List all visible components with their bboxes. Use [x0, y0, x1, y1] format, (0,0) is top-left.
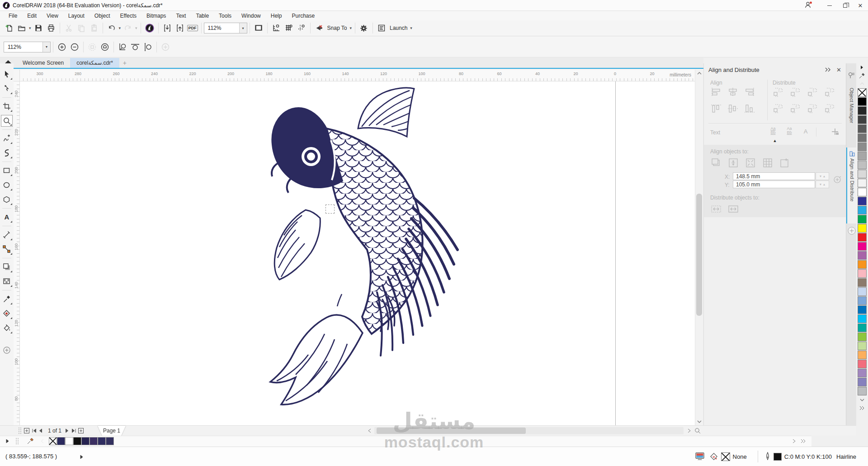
- new-document-button[interactable]: [3, 22, 15, 34]
- align-to-page-edge-icon[interactable]: [727, 157, 739, 168]
- save-button[interactable]: [32, 22, 45, 34]
- align-to-page-center-icon[interactable]: [745, 157, 756, 168]
- transparency-tool[interactable]: [1, 276, 13, 287]
- close-button[interactable]: ✕: [853, 0, 868, 11]
- launch-label[interactable]: Launch: [388, 25, 409, 31]
- restore-button[interactable]: [837, 0, 853, 11]
- docker-tab-align-distribute[interactable]: Align and Distribute: [846, 147, 857, 223]
- redo-button[interactable]: [122, 22, 134, 34]
- palette-scroll-up-icon[interactable]: [856, 80, 868, 88]
- docker-tab-object-manager[interactable]: Object Manager: [846, 85, 857, 144]
- distribute-to-selection-icon[interactable]: [710, 204, 722, 214]
- text-plus-icon[interactable]: [830, 127, 841, 138]
- menu-effects[interactable]: Effects: [115, 12, 142, 20]
- palette-swatch-ed1c24[interactable]: [858, 233, 867, 242]
- horizontal-ruler[interactable]: millimeters 3002802602402202001801601401…: [20, 70, 695, 81]
- palette-scroll-down-icon[interactable]: [856, 396, 868, 404]
- new-tab-button[interactable]: +: [119, 58, 130, 68]
- palette-swatch-f7941d[interactable]: [858, 260, 867, 269]
- docpalette-swatch-34315f[interactable]: [106, 437, 114, 445]
- x-coordinate-field[interactable]: 148.5 mm: [733, 172, 815, 180]
- palette-swatch-0072bc[interactable]: [858, 305, 867, 314]
- align-center-v-icon[interactable]: [727, 103, 739, 114]
- import-button[interactable]: [161, 22, 174, 34]
- menu-edit[interactable]: Edit: [22, 12, 42, 20]
- distribute-to-page-icon[interactable]: [727, 204, 739, 214]
- palette-swatch-404040[interactable]: [858, 115, 867, 124]
- drawing-canvas[interactable]: [20, 81, 695, 425]
- palette-swatch-29abe2[interactable]: [858, 206, 867, 214]
- zoom-tool[interactable]: [1, 115, 13, 127]
- palette-swatch-2e3192[interactable]: [858, 197, 867, 205]
- show-grid-button[interactable]: [283, 22, 295, 34]
- palette-flyout-icon[interactable]: [856, 63, 868, 71]
- smart-fill-tool[interactable]: [1, 308, 13, 319]
- horizontal-scroll-thumb[interactable]: [377, 428, 526, 434]
- distribute-center-h-icon[interactable]: [790, 87, 802, 98]
- docpalette-swatch-2f2d60[interactable]: [98, 437, 106, 445]
- document-palette-grip[interactable]: [15, 437, 19, 445]
- zoom-in-button[interactable]: [56, 41, 68, 53]
- snap-to-dropdown[interactable]: ▾: [349, 26, 353, 30]
- document-palette-scroll-right[interactable]: [790, 437, 798, 445]
- docpalette-swatch-111111[interactable]: [73, 437, 81, 445]
- menu-layout[interactable]: Layout: [63, 12, 90, 20]
- selection-marker[interactable]: [326, 204, 335, 214]
- distribute-right-icon[interactable]: [824, 87, 836, 98]
- y-spinner[interactable]: ▾▴: [816, 181, 829, 188]
- palette-add-icon[interactable]: [847, 226, 856, 237]
- connector-tool[interactable]: [1, 243, 13, 255]
- application-launcher-icon[interactable]: [143, 22, 156, 34]
- zoom-to-selected-button[interactable]: [86, 41, 99, 53]
- minimize-button[interactable]: [822, 0, 837, 11]
- palette-swatch-00a99d[interactable]: [858, 323, 867, 332]
- vertical-ruler[interactable]: 24022020018016014012010080: [14, 81, 20, 425]
- scroll-down-button[interactable]: [695, 418, 703, 425]
- menu-view[interactable]: View: [42, 12, 63, 20]
- vertical-scrollbar[interactable]: [695, 70, 703, 425]
- canvas-zoom-icon[interactable]: [693, 427, 702, 435]
- palette-swatch-8781bd[interactable]: [858, 378, 867, 386]
- statusbar-flyout[interactable]: [78, 453, 86, 461]
- interactive-fill-tool[interactable]: [1, 322, 13, 334]
- distribute-top-icon[interactable]: [773, 103, 784, 114]
- drag-grip[interactable]: [18, 427, 22, 434]
- color-eyedropper-tool[interactable]: [1, 293, 13, 305]
- zoom-combo-dropdown[interactable]: ▾: [239, 23, 247, 33]
- vertical-scroll-thumb[interactable]: [696, 194, 702, 316]
- palette-swatch-c4df9b[interactable]: [858, 342, 867, 350]
- previous-page-button[interactable]: [36, 427, 44, 435]
- document-palette-flyout[interactable]: [4, 437, 12, 445]
- docpalette-swatch-262350[interactable]: [81, 437, 90, 445]
- zoom-to-page-height-button[interactable]: [142, 41, 154, 53]
- palette-swatch-f9b8c0[interactable]: [858, 269, 867, 278]
- parallel-dimension-tool[interactable]: [1, 229, 13, 241]
- collapse-arrow-icon[interactable]: ▲: [773, 138, 777, 143]
- menu-window[interactable]: Window: [236, 12, 266, 20]
- paste-button[interactable]: [88, 22, 100, 34]
- customize-plus-button[interactable]: [159, 41, 172, 53]
- document-palette-eyedropper-icon[interactable]: [26, 437, 34, 445]
- snap-off-icon[interactable]: [313, 22, 326, 34]
- menu-purchase[interactable]: Purchase: [287, 12, 320, 20]
- palette-swatch-262626[interactable]: [858, 106, 867, 115]
- palette-swatch-ffffff[interactable]: [858, 188, 867, 196]
- artistic-media-tool[interactable]: [1, 147, 13, 159]
- menu-bitmaps[interactable]: Bitmaps: [142, 12, 171, 20]
- hscroll-right-button[interactable]: [685, 427, 693, 435]
- palette-swatch-000000[interactable]: [858, 97, 867, 106]
- document-palette-expand[interactable]: [799, 437, 807, 445]
- ellipse-tool[interactable]: [1, 179, 13, 191]
- palette-swatch-8c8c8c[interactable]: [858, 143, 867, 151]
- fill-status[interactable]: None: [709, 452, 747, 461]
- menu-file[interactable]: File: [4, 12, 22, 20]
- print-button[interactable]: [45, 22, 57, 34]
- docker-close-icon[interactable]: ✕: [836, 67, 841, 73]
- snap-to-label[interactable]: Snap To: [326, 25, 349, 31]
- document-palette-scroll-left[interactable]: [38, 437, 46, 445]
- distribute-left-icon[interactable]: [773, 87, 784, 98]
- menu-tools[interactable]: Tools: [214, 12, 236, 20]
- palette-swatch-8dc63f[interactable]: [858, 333, 867, 341]
- menu-table[interactable]: Table: [191, 12, 214, 20]
- page-1-tab[interactable]: Page 1: [98, 426, 126, 436]
